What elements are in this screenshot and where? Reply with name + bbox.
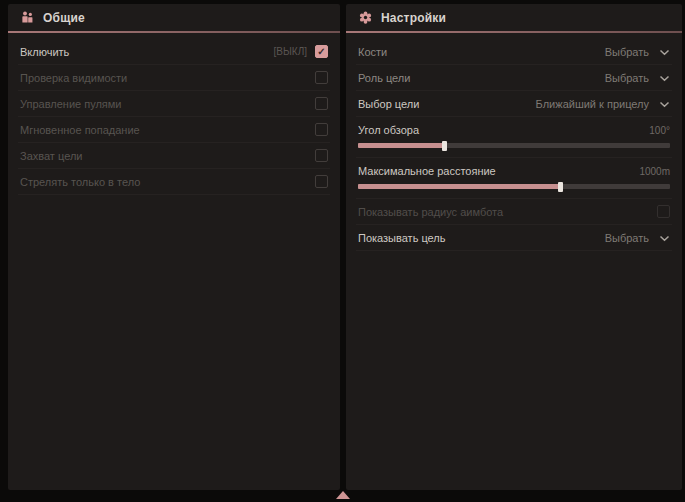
chevron-down-icon [659,232,670,244]
slider-value: 100° [649,125,670,136]
row-label: Включить [20,46,69,58]
panel-settings-header: Настройки [346,4,682,31]
dropdown-value: Ближайший к прицелу [536,98,649,110]
row-label: Выбор цели [358,98,419,110]
panel-title: Общие [43,11,85,25]
row-label: Угол обзора [358,124,419,136]
show-target-dropdown[interactable]: Выбрать [605,232,670,244]
target-role-dropdown[interactable]: Выбрать [605,72,670,84]
chevron-down-icon [659,98,670,110]
row-label: Кости [358,46,387,58]
check-icon: ✓ [317,47,325,57]
row-body-only: Стрелять только в тело [18,169,330,195]
row-target-selection: Выбор цели Ближайший к прицелу [356,91,672,117]
keybind-state: [ВЫКЛ] [274,46,307,57]
panel-general: Общие Включить [ВЫКЛ] ✓ Проверка видимос… [8,4,340,490]
chevron-down-icon [659,46,670,58]
people-icon [20,10,35,25]
panel-general-header: Общие [8,4,340,31]
max-distance-slider[interactable] [358,184,670,189]
fov-slider[interactable] [358,143,670,148]
dropdown-value: Выбрать [605,232,649,244]
row-show-aimbot-radius: Показывать радиус аимбота [356,199,672,225]
row-target-lock: Захват цели [18,143,330,169]
row-label: Захват цели [20,150,82,162]
menu-panels: Общие Включить [ВЫКЛ] ✓ Проверка видимос… [8,4,682,490]
row-bones: Кости Выбрать [356,39,672,65]
row-label: Мгновенное попадание [20,124,140,136]
slider-fill [358,143,445,148]
dropdown-value: Выбрать [605,72,649,84]
target-selection-dropdown[interactable]: Ближайший к прицелу [536,98,670,110]
slider-handle[interactable] [558,182,563,192]
row-label: Показывать радиус аимбота [358,206,503,218]
row-label: Максимальное расстояние [358,165,496,177]
panel-settings: Настройки Кости Выбрать Роль цели Выбрат… [346,4,682,490]
body-only-checkbox[interactable] [315,175,328,188]
bones-dropdown[interactable]: Выбрать [605,46,670,58]
instant-hit-checkbox[interactable] [315,123,328,136]
row-fov: Угол обзора 100° [356,117,672,158]
row-max-distance: Максимальное расстояние 1000m [356,158,672,199]
row-label: Стрелять только в тело [20,176,140,188]
enable-checkbox[interactable]: ✓ [315,45,328,58]
scroll-up-arrow-icon[interactable] [336,491,350,499]
chevron-down-icon [659,72,670,84]
visibility-check-checkbox[interactable] [315,71,328,84]
row-instant-hit: Мгновенное попадание [18,117,330,143]
row-visibility-check: Проверка видимости [18,65,330,91]
bullet-control-checkbox[interactable] [315,97,328,110]
row-target-role: Роль цели Выбрать [356,65,672,91]
gear-icon [358,10,373,25]
row-label: Показывать цель [358,232,446,244]
row-label: Проверка видимости [20,72,127,84]
slider-fill [358,184,561,189]
slider-handle[interactable] [442,141,447,151]
row-label: Управление пулями [20,98,122,110]
panel-title: Настройки [381,11,446,25]
slider-value: 1000m [639,166,670,177]
show-aimbot-radius-checkbox[interactable] [657,205,670,218]
row-enable: Включить [ВЫКЛ] ✓ [18,39,330,65]
row-bullet-control: Управление пулями [18,91,330,117]
dropdown-value: Выбрать [605,46,649,58]
row-label: Роль цели [358,72,410,84]
target-lock-checkbox[interactable] [315,149,328,162]
row-show-target: Показывать цель Выбрать [356,225,672,251]
